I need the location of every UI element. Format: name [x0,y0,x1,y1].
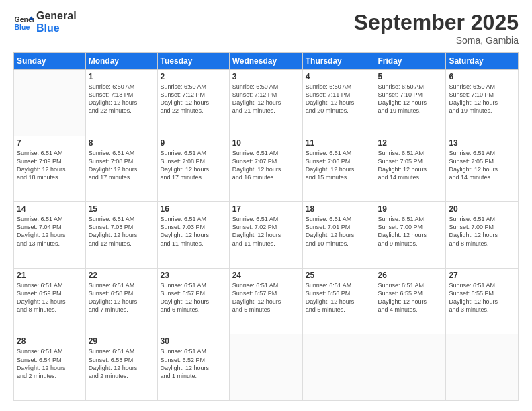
day-number: 26 [378,271,443,280]
calendar-cell: 30Sunrise: 6:51 AMSunset: 6:52 PMDayligh… [157,334,229,401]
day-info: Sunrise: 6:50 AMSunset: 7:12 PMDaylight:… [232,83,300,116]
day-number: 20 [449,204,515,214]
day-number: 24 [232,271,300,280]
day-number: 6 [449,72,515,81]
day-number: 28 [17,336,83,346]
day-number: 15 [89,204,154,214]
day-number: 14 [17,204,83,214]
day-header-saturday: Saturday [446,53,519,70]
day-header-friday: Friday [375,53,446,70]
calendar-cell: 23Sunrise: 6:51 AMSunset: 6:57 PMDayligh… [157,268,229,334]
calendar-cell: 9Sunrise: 6:51 AMSunset: 7:08 PMDaylight… [157,136,229,202]
day-info: Sunrise: 6:50 AMSunset: 7:10 PMDaylight:… [449,83,515,116]
day-info: Sunrise: 6:51 AMSunset: 6:54 PMDaylight:… [17,347,83,380]
day-header-wednesday: Wednesday [229,53,302,70]
day-number: 8 [89,138,154,148]
day-header-thursday: Thursday [302,53,375,70]
calendar-cell: 22Sunrise: 6:51 AMSunset: 6:58 PMDayligh… [85,268,157,334]
title-block: September 2025 Soma, Gambia [354,10,519,46]
day-info: Sunrise: 6:51 AMSunset: 6:52 PMDaylight:… [161,347,226,380]
calendar-cell [302,334,375,401]
calendar-cell [446,334,519,401]
calendar-cell: 8Sunrise: 6:51 AMSunset: 7:08 PMDaylight… [85,136,157,202]
calendar-cell: 19Sunrise: 6:51 AMSunset: 7:00 PMDayligh… [375,202,446,269]
calendar-cell: 25Sunrise: 6:51 AMSunset: 6:56 PMDayligh… [302,268,375,334]
calendar-cell: 18Sunrise: 6:51 AMSunset: 7:01 PMDayligh… [302,202,375,269]
day-info: Sunrise: 6:51 AMSunset: 6:53 PMDaylight:… [89,347,154,380]
day-info: Sunrise: 6:51 AMSunset: 6:57 PMDaylight:… [232,281,300,314]
location-subtitle: Soma, Gambia [354,35,519,46]
day-number: 30 [161,336,226,346]
calendar-cell: 15Sunrise: 6:51 AMSunset: 7:03 PMDayligh… [85,202,157,269]
day-info: Sunrise: 6:51 AMSunset: 6:55 PMDaylight:… [449,281,515,314]
day-number: 22 [89,271,154,280]
calendar-cell: 27Sunrise: 6:51 AMSunset: 6:55 PMDayligh… [446,268,519,334]
day-info: Sunrise: 6:50 AMSunset: 7:11 PMDaylight:… [306,83,372,116]
calendar-cell: 7Sunrise: 6:51 AMSunset: 7:09 PMDaylight… [14,136,86,202]
calendar-cell: 5Sunrise: 6:50 AMSunset: 7:10 PMDaylight… [375,70,446,136]
calendar-cell: 26Sunrise: 6:51 AMSunset: 6:55 PMDayligh… [375,268,446,334]
calendar-cell [229,334,302,401]
calendar-cell: 29Sunrise: 6:51 AMSunset: 6:53 PMDayligh… [85,334,157,401]
calendar-header-row: SundayMondayTuesdayWednesdayThursdayFrid… [14,53,519,70]
day-number: 7 [17,138,83,148]
calendar-cell: 11Sunrise: 6:51 AMSunset: 7:06 PMDayligh… [302,136,375,202]
logo-line2: Blue [36,22,77,34]
calendar-cell: 14Sunrise: 6:51 AMSunset: 7:04 PMDayligh… [14,202,86,269]
day-info: Sunrise: 6:51 AMSunset: 6:59 PMDaylight:… [17,281,83,314]
day-info: Sunrise: 6:51 AMSunset: 6:57 PMDaylight:… [161,281,226,314]
calendar-table: SundayMondayTuesdayWednesdayThursdayFrid… [13,52,519,401]
day-info: Sunrise: 6:51 AMSunset: 7:08 PMDaylight:… [161,149,226,182]
calendar-cell: 28Sunrise: 6:51 AMSunset: 6:54 PMDayligh… [14,334,86,401]
day-header-tuesday: Tuesday [157,53,229,70]
day-number: 12 [378,138,443,148]
day-info: Sunrise: 6:50 AMSunset: 7:12 PMDaylight:… [161,83,226,116]
day-info: Sunrise: 6:51 AMSunset: 6:58 PMDaylight:… [89,281,154,314]
day-info: Sunrise: 6:50 AMSunset: 7:10 PMDaylight:… [378,83,443,116]
calendar-cell: 6Sunrise: 6:50 AMSunset: 7:10 PMDaylight… [446,70,519,136]
day-number: 10 [232,138,300,148]
calendar-cell: 4Sunrise: 6:50 AMSunset: 7:11 PMDaylight… [302,70,375,136]
day-number: 13 [449,138,515,148]
day-info: Sunrise: 6:51 AMSunset: 7:00 PMDaylight:… [378,215,443,248]
calendar-cell [375,334,446,401]
day-info: Sunrise: 6:51 AMSunset: 7:03 PMDaylight:… [161,215,226,248]
day-number: 17 [232,204,300,214]
calendar-cell: 13Sunrise: 6:51 AMSunset: 7:05 PMDayligh… [446,136,519,202]
calendar-cell: 20Sunrise: 6:51 AMSunset: 7:00 PMDayligh… [446,202,519,269]
day-info: Sunrise: 6:51 AMSunset: 7:08 PMDaylight:… [89,149,154,182]
day-number: 1 [89,72,154,81]
logo-line1: General [36,10,77,22]
calendar-cell: 16Sunrise: 6:51 AMSunset: 7:03 PMDayligh… [157,202,229,269]
day-header-sunday: Sunday [14,53,86,70]
calendar-cell [14,70,86,136]
day-number: 23 [161,271,226,280]
day-info: Sunrise: 6:51 AMSunset: 7:06 PMDaylight:… [306,149,372,182]
day-number: 21 [17,271,83,280]
day-number: 3 [232,72,300,81]
day-header-monday: Monday [85,53,157,70]
calendar-cell: 10Sunrise: 6:51 AMSunset: 7:07 PMDayligh… [229,136,302,202]
day-info: Sunrise: 6:51 AMSunset: 7:01 PMDaylight:… [306,215,372,248]
svg-text:Blue: Blue [15,22,30,30]
day-info: Sunrise: 6:51 AMSunset: 7:03 PMDaylight:… [89,215,154,248]
calendar-cell: 3Sunrise: 6:50 AMSunset: 7:12 PMDaylight… [229,70,302,136]
day-number: 9 [161,138,226,148]
day-info: Sunrise: 6:51 AMSunset: 6:55 PMDaylight:… [378,281,443,314]
day-info: Sunrise: 6:51 AMSunset: 6:56 PMDaylight:… [306,281,372,314]
day-number: 25 [306,271,372,280]
calendar-cell: 21Sunrise: 6:51 AMSunset: 6:59 PMDayligh… [14,268,86,334]
calendar-cell: 24Sunrise: 6:51 AMSunset: 6:57 PMDayligh… [229,268,302,334]
day-info: Sunrise: 6:51 AMSunset: 7:00 PMDaylight:… [449,215,515,248]
day-info: Sunrise: 6:51 AMSunset: 7:07 PMDaylight:… [232,149,300,182]
month-title: September 2025 [354,10,519,35]
day-number: 16 [161,204,226,214]
day-number: 19 [378,204,443,214]
logo: General Blue General Blue [13,10,77,34]
day-number: 29 [89,336,154,346]
day-info: Sunrise: 6:51 AMSunset: 7:05 PMDaylight:… [378,149,443,182]
calendar-cell: 2Sunrise: 6:50 AMSunset: 7:12 PMDaylight… [157,70,229,136]
day-info: Sunrise: 6:51 AMSunset: 7:02 PMDaylight:… [232,215,300,248]
calendar-cell: 1Sunrise: 6:50 AMSunset: 7:13 PMDaylight… [85,70,157,136]
day-info: Sunrise: 6:51 AMSunset: 7:05 PMDaylight:… [449,149,515,182]
